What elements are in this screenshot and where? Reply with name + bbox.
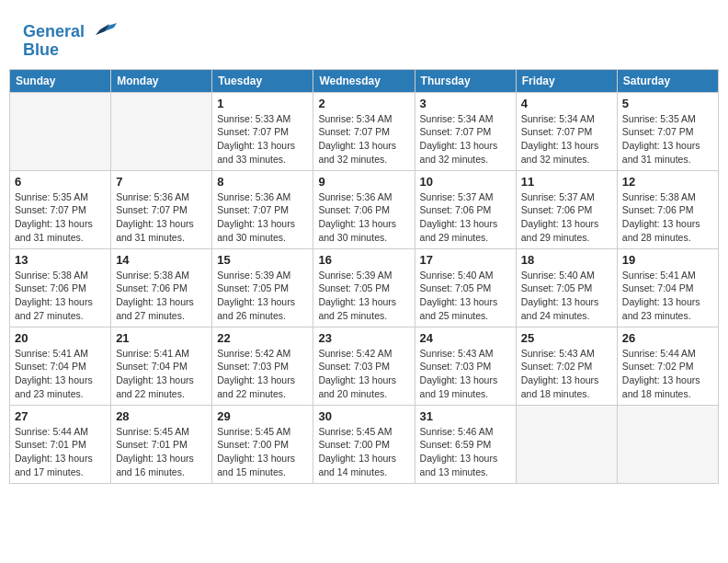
calendar-cell <box>516 405 617 483</box>
calendar-cell: 15Sunrise: 5:39 AMSunset: 7:05 PMDayligh… <box>212 248 313 327</box>
day-number: 21 <box>116 331 207 345</box>
logo: General Blue <box>23 18 119 60</box>
day-number: 13 <box>15 253 106 267</box>
calendar-cell: 3Sunrise: 5:34 AMSunset: 7:07 PMDaylight… <box>415 92 516 170</box>
cell-info: Sunrise: 5:34 AMSunset: 7:07 PMDaylight:… <box>521 112 612 167</box>
logo-icon <box>91 18 119 37</box>
cell-info: Sunrise: 5:41 AMSunset: 7:04 PMDaylight:… <box>15 347 106 401</box>
calendar-cell: 26Sunrise: 5:44 AMSunset: 7:02 PMDayligh… <box>617 327 718 405</box>
cell-info: Sunrise: 5:46 AMSunset: 6:59 PMDaylight:… <box>420 425 511 479</box>
cell-info: Sunrise: 5:34 AMSunset: 7:07 PMDaylight:… <box>420 112 511 167</box>
cell-info: Sunrise: 5:45 AMSunset: 7:00 PMDaylight:… <box>318 425 409 479</box>
cell-info: Sunrise: 5:36 AMSunset: 7:06 PMDaylight:… <box>318 190 409 245</box>
calendar-cell: 18Sunrise: 5:40 AMSunset: 7:05 PMDayligh… <box>516 248 617 327</box>
cell-info: Sunrise: 5:45 AMSunset: 7:01 PMDaylight:… <box>116 425 207 479</box>
cell-info: Sunrise: 5:45 AMSunset: 7:00 PMDaylight:… <box>217 425 308 479</box>
day-number: 11 <box>521 175 612 189</box>
calendar-cell: 14Sunrise: 5:38 AMSunset: 7:06 PMDayligh… <box>111 248 212 327</box>
day-number: 10 <box>420 175 511 189</box>
cell-info: Sunrise: 5:43 AMSunset: 7:03 PMDaylight:… <box>420 347 511 401</box>
cell-info: Sunrise: 5:44 AMSunset: 7:01 PMDaylight:… <box>15 425 106 479</box>
calendar-week-row: 1Sunrise: 5:33 AMSunset: 7:07 PMDaylight… <box>10 92 719 170</box>
calendar-cell: 20Sunrise: 5:41 AMSunset: 7:04 PMDayligh… <box>10 327 111 405</box>
day-number: 26 <box>622 331 713 345</box>
day-number: 22 <box>217 331 308 345</box>
calendar-cell: 10Sunrise: 5:37 AMSunset: 7:06 PMDayligh… <box>415 170 516 248</box>
day-number: 8 <box>217 175 308 189</box>
calendar-cell: 25Sunrise: 5:43 AMSunset: 7:02 PMDayligh… <box>516 327 617 405</box>
cell-info: Sunrise: 5:35 AMSunset: 7:07 PMDaylight:… <box>15 190 106 245</box>
day-number: 29 <box>217 409 308 423</box>
cell-info: Sunrise: 5:35 AMSunset: 7:07 PMDaylight:… <box>622 112 713 167</box>
calendar-week-row: 27Sunrise: 5:44 AMSunset: 7:01 PMDayligh… <box>10 405 719 483</box>
weekday-header: Wednesday <box>313 69 415 92</box>
weekday-header: Monday <box>111 69 212 92</box>
weekday-header: Sunday <box>10 69 111 92</box>
calendar-cell: 13Sunrise: 5:38 AMSunset: 7:06 PMDayligh… <box>10 248 111 327</box>
calendar-cell: 11Sunrise: 5:37 AMSunset: 7:06 PMDayligh… <box>516 170 617 248</box>
day-number: 1 <box>217 97 308 110</box>
day-number: 4 <box>521 97 612 110</box>
calendar-cell <box>111 92 212 170</box>
calendar-week-row: 20Sunrise: 5:41 AMSunset: 7:04 PMDayligh… <box>10 327 719 405</box>
calendar-cell: 27Sunrise: 5:44 AMSunset: 7:01 PMDayligh… <box>10 405 111 483</box>
calendar-cell: 12Sunrise: 5:38 AMSunset: 7:06 PMDayligh… <box>617 170 718 248</box>
cell-info: Sunrise: 5:39 AMSunset: 7:05 PMDaylight:… <box>217 269 308 323</box>
logo-general: General <box>23 22 85 40</box>
day-number: 2 <box>318 97 409 110</box>
day-number: 9 <box>318 175 409 189</box>
cell-info: Sunrise: 5:36 AMSunset: 7:07 PMDaylight:… <box>116 190 207 245</box>
calendar-week-row: 13Sunrise: 5:38 AMSunset: 7:06 PMDayligh… <box>10 248 719 327</box>
day-number: 20 <box>15 331 106 345</box>
cell-info: Sunrise: 5:33 AMSunset: 7:07 PMDaylight:… <box>217 112 308 167</box>
cell-info: Sunrise: 5:36 AMSunset: 7:07 PMDaylight:… <box>217 190 308 245</box>
cell-info: Sunrise: 5:42 AMSunset: 7:03 PMDaylight:… <box>217 347 308 401</box>
day-number: 3 <box>420 97 511 110</box>
calendar-cell: 28Sunrise: 5:45 AMSunset: 7:01 PMDayligh… <box>111 405 212 483</box>
day-number: 27 <box>15 409 106 423</box>
calendar-cell: 4Sunrise: 5:34 AMSunset: 7:07 PMDaylight… <box>516 92 617 170</box>
day-number: 17 <box>420 253 511 267</box>
cell-info: Sunrise: 5:38 AMSunset: 7:06 PMDaylight:… <box>15 269 106 323</box>
weekday-header: Thursday <box>415 69 516 92</box>
calendar-header-row: SundayMondayTuesdayWednesdayThursdayFrid… <box>10 69 719 92</box>
cell-info: Sunrise: 5:41 AMSunset: 7:04 PMDaylight:… <box>116 347 207 401</box>
cell-info: Sunrise: 5:38 AMSunset: 7:06 PMDaylight:… <box>116 269 207 323</box>
cell-info: Sunrise: 5:40 AMSunset: 7:05 PMDaylight:… <box>521 269 612 323</box>
cell-info: Sunrise: 5:34 AMSunset: 7:07 PMDaylight:… <box>318 112 409 167</box>
cell-info: Sunrise: 5:44 AMSunset: 7:02 PMDaylight:… <box>622 347 713 401</box>
cell-info: Sunrise: 5:41 AMSunset: 7:04 PMDaylight:… <box>622 269 713 323</box>
day-number: 28 <box>116 409 207 423</box>
calendar-cell: 31Sunrise: 5:46 AMSunset: 6:59 PMDayligh… <box>415 405 516 483</box>
calendar-cell: 23Sunrise: 5:42 AMSunset: 7:03 PMDayligh… <box>313 327 415 405</box>
cell-info: Sunrise: 5:43 AMSunset: 7:02 PMDaylight:… <box>521 347 612 401</box>
calendar-cell: 19Sunrise: 5:41 AMSunset: 7:04 PMDayligh… <box>617 248 718 327</box>
calendar-cell: 30Sunrise: 5:45 AMSunset: 7:00 PMDayligh… <box>313 405 415 483</box>
page-header: General Blue <box>9 9 719 64</box>
cell-info: Sunrise: 5:37 AMSunset: 7:06 PMDaylight:… <box>521 190 612 245</box>
calendar-cell: 1Sunrise: 5:33 AMSunset: 7:07 PMDaylight… <box>212 92 313 170</box>
calendar-cell: 7Sunrise: 5:36 AMSunset: 7:07 PMDaylight… <box>111 170 212 248</box>
calendar-cell: 17Sunrise: 5:40 AMSunset: 7:05 PMDayligh… <box>415 248 516 327</box>
day-number: 19 <box>622 253 713 267</box>
day-number: 25 <box>521 331 612 345</box>
calendar-cell: 9Sunrise: 5:36 AMSunset: 7:06 PMDaylight… <box>313 170 415 248</box>
calendar-cell: 6Sunrise: 5:35 AMSunset: 7:07 PMDaylight… <box>10 170 111 248</box>
calendar-cell <box>10 92 111 170</box>
calendar-week-row: 6Sunrise: 5:35 AMSunset: 7:07 PMDaylight… <box>10 170 719 248</box>
day-number: 24 <box>420 331 511 345</box>
calendar-cell <box>617 405 718 483</box>
day-number: 31 <box>420 409 511 423</box>
day-number: 5 <box>622 97 713 110</box>
cell-info: Sunrise: 5:38 AMSunset: 7:06 PMDaylight:… <box>622 190 713 245</box>
cell-info: Sunrise: 5:39 AMSunset: 7:05 PMDaylight:… <box>318 269 409 323</box>
day-number: 16 <box>318 253 409 267</box>
calendar-cell: 22Sunrise: 5:42 AMSunset: 7:03 PMDayligh… <box>212 327 313 405</box>
weekday-header: Saturday <box>617 69 718 92</box>
weekday-header: Tuesday <box>212 69 313 92</box>
day-number: 12 <box>622 175 713 189</box>
day-number: 14 <box>116 253 207 267</box>
calendar-cell: 21Sunrise: 5:41 AMSunset: 7:04 PMDayligh… <box>111 327 212 405</box>
day-number: 23 <box>318 331 409 345</box>
day-number: 6 <box>15 175 106 189</box>
